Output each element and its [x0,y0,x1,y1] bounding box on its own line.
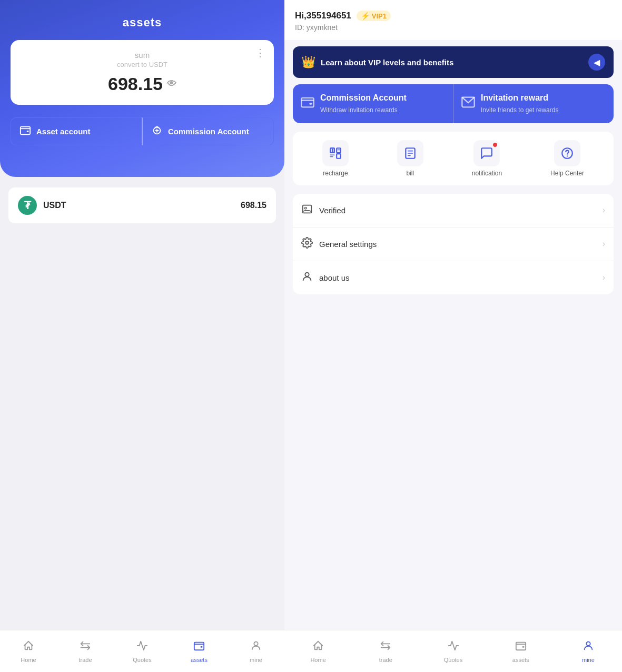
right-bottom-nav: Home trade Quotes assets mine [284,630,622,672]
nav-mine-label-right: mine [582,657,595,663]
svg-rect-16 [337,154,341,159]
nav-trade-right[interactable]: trade [352,640,419,663]
asset-account-button[interactable]: Asset account [11,117,142,145]
svg-rect-23 [303,205,312,213]
trade-icon-right [380,640,391,655]
eye-icon[interactable]: 👁 [167,78,176,90]
notification-dot [492,142,498,147]
bill-action[interactable]: bill [397,140,423,177]
invitation-title: Invitation reward [481,93,558,104]
svg-rect-3 [194,642,204,650]
bill-label: bill [406,170,414,177]
nav-quotes-right[interactable]: Quotes [419,640,487,663]
balance-card: ⋮ sum convert to USDT 698.15 👁 [11,40,274,105]
about-icon [301,271,313,285]
about-us-menu-item[interactable]: about us › [293,261,614,294]
nav-trade-label-right: trade [379,657,392,663]
crown-icon: 👑 [301,55,315,69]
balance-sublabel: convert to USDT [21,61,263,68]
card-menu-icon[interactable]: ⋮ [255,46,266,59]
nav-assets-label-right: assets [512,657,529,663]
cards-row: Commission Account Withdraw invitation r… [293,84,614,123]
invitation-desc: Invite friends to get rewards [481,106,558,115]
nav-quotes-label-left: Quotes [133,657,151,663]
trade-icon-left [80,640,91,655]
verified-left: Verified [301,203,345,218]
notification-icon-wrap [473,140,500,166]
svg-point-22 [567,155,568,156]
account-buttons: Asset account Commission Account [11,117,274,145]
vip-banner[interactable]: 👑 Learn about VIP levels and benefits ◀ [293,46,614,78]
verified-chevron: › [603,205,605,215]
quotes-icon-right [448,640,459,655]
settings-text: General settings [319,240,377,249]
svg-rect-28 [522,646,524,647]
right-header: Hi,355194651 ⚡ VIP1 ID: yxymknet [284,0,622,40]
svg-rect-7 [310,103,312,105]
bill-icon-wrap [397,140,423,166]
about-text: about us [319,273,350,282]
user-greeting: Hi,355194651 ⚡ VIP1 [295,11,611,21]
nav-trade-label-left: trade [78,657,92,663]
wallet-icon [19,124,31,139]
mine-icon-right [582,640,594,655]
balance-amount: 698.15 👁 [21,74,263,94]
svg-rect-0 [21,127,30,135]
help-label: Help Center [550,170,584,177]
help-icon-wrap [554,140,580,166]
right-panel: Hi,355194651 ⚡ VIP1 ID: yxymknet 👑 Learn… [284,0,622,672]
left-bottom-nav: Home trade Quotes assets mine [0,630,284,672]
verified-menu-item[interactable]: Verified › [293,194,614,228]
svg-point-26 [305,272,309,276]
usdt-label: USDT [43,201,66,210]
home-icon-right [312,640,324,655]
commission-title: Commission Account [320,93,407,104]
nav-quotes-label-right: Quotes [444,657,462,663]
bag-icon [151,124,163,139]
vip-banner-text: Learn about VIP levels and benefits [321,58,453,67]
usdt-left: ₮ USDT [18,196,66,215]
usdt-icon: ₮ [18,196,37,215]
settings-icon [301,237,313,251]
help-action[interactable]: Help Center [550,140,584,177]
notification-action[interactable]: notification [472,140,502,177]
nav-assets-label-left: assets [191,657,208,663]
recharge-icon-wrap [322,140,349,166]
commission-account-button[interactable]: Commission Account [142,117,274,145]
nav-home-label-left: Home [21,657,36,663]
greeting-text: Hi,355194651 [295,11,351,21]
assets-icon-left [193,640,205,655]
nav-quotes-left[interactable]: Quotes [114,640,171,663]
mine-icon-left [250,640,262,655]
nav-mine-left[interactable]: mine [228,640,284,663]
usdt-amount: 698.15 [241,201,266,210]
commission-card[interactable]: Commission Account Withdraw invitation r… [293,84,453,123]
general-settings-menu-item[interactable]: General settings › [293,228,614,261]
svg-rect-1 [27,131,29,132]
svg-point-5 [254,641,258,645]
quotes-icon-left [136,640,148,655]
svg-point-25 [305,241,309,244]
svg-point-24 [304,207,307,209]
vip-badge: ⚡ VIP1 [357,11,391,21]
verified-text: Verified [319,206,345,215]
left-content: ₮ USDT 698.15 [0,177,284,630]
assets-title: assets [11,16,274,29]
nav-home-right[interactable]: Home [284,640,352,663]
nav-trade-left[interactable]: trade [57,640,114,663]
left-panel: assets ⋮ sum convert to USDT 698.15 👁 As… [0,0,284,672]
lightning-icon: ⚡ [361,12,370,20]
menu-section: Verified › General settings › about us › [293,194,614,294]
nav-assets-right[interactable]: assets [487,640,555,663]
nav-mine-right[interactable]: mine [555,640,622,663]
settings-left: General settings [301,237,377,251]
vip-arrow-button[interactable]: ◀ [588,54,605,71]
commission-icon [300,95,315,113]
recharge-action[interactable]: recharge [322,140,349,177]
nav-assets-left[interactable]: assets [171,640,228,663]
nav-home-left[interactable]: Home [0,640,57,663]
assets-icon-right [515,640,527,655]
actions-row: recharge bill notification Help Center [293,132,614,185]
invitation-card[interactable]: Invitation reward Invite friends to get … [453,84,614,123]
svg-rect-27 [516,642,526,650]
